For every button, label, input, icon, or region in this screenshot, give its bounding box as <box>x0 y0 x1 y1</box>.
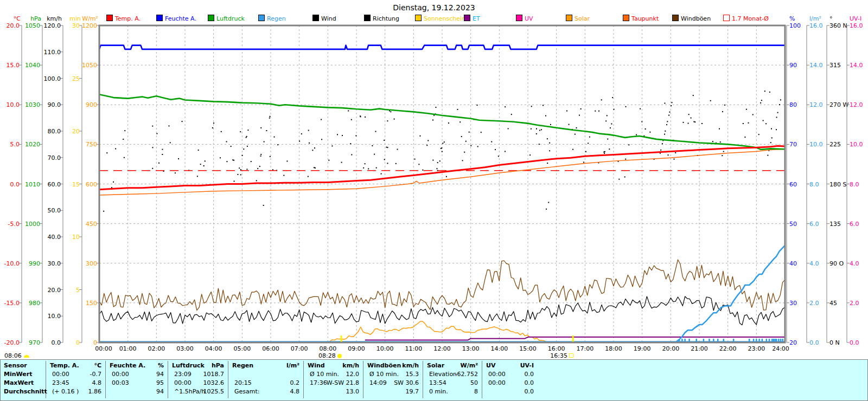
svg-text:70: 70 <box>789 141 797 148</box>
svg-text:-15.0: -15.0 <box>4 300 20 307</box>
svg-text:15: 15 <box>72 181 80 188</box>
weather-chart: 20.015.010.05.00.0-5.0-10.0-15.0-20.0°C1… <box>0 0 868 359</box>
x-axis-tick-label: 00:00 <box>93 345 114 352</box>
x-axis-tick-label: 15:00 <box>517 345 539 352</box>
svg-text:100: 100 <box>789 22 801 29</box>
svg-text:180 S: 180 S <box>829 181 846 188</box>
table-cell-value: 1.86 <box>36 388 101 396</box>
table-cell-value: W-SW 21.8 <box>294 379 359 387</box>
svg-text:40: 40 <box>789 260 797 267</box>
svg-text:50.0: 50.0 <box>48 207 61 214</box>
x-axis-tick-label: 19:00 <box>631 345 653 352</box>
table-group-unit: W/m² <box>413 362 478 370</box>
table-cell-value: -0.7 <box>36 371 101 378</box>
svg-text:20.0: 20.0 <box>48 287 61 294</box>
stats-table: SensorMinWertMaxWertDurchschnittTemp. A.… <box>0 359 868 401</box>
table-cell-value: 94 <box>99 388 164 396</box>
svg-text:l/m²: l/m² <box>809 15 821 22</box>
svg-text:10.0: 10.0 <box>48 313 61 320</box>
table-cell-value: 0.0 <box>469 379 534 387</box>
x-axis-tick-label: 18:00 <box>603 345 624 352</box>
table-cell-value: 1032.6 <box>159 379 224 387</box>
moonrise-time-label: 08:06 <box>4 352 29 359</box>
svg-text:1050: 1050 <box>25 22 40 29</box>
svg-text:0.0: 0.0 <box>10 181 20 188</box>
moon-icon <box>24 355 29 358</box>
table-group-unit: UV-I <box>469 362 534 370</box>
svg-text:0 N: 0 N <box>829 339 840 346</box>
svg-text:270 W: 270 W <box>829 101 848 108</box>
table-group-unit: km/h <box>294 362 359 370</box>
sunrise-time-label: 08:28 <box>318 352 342 359</box>
svg-text:45: 45 <box>829 300 837 307</box>
svg-text:4.0: 4.0 <box>850 260 859 267</box>
svg-text:10: 10 <box>72 234 80 241</box>
table-group-unit: hPa <box>159 362 224 370</box>
svg-text:225: 225 <box>829 141 841 148</box>
svg-text:1040: 1040 <box>25 62 40 69</box>
sunset-time-label: 16:35 <box>550 352 573 359</box>
svg-text:1000: 1000 <box>25 221 40 228</box>
svg-text:60.0: 60.0 <box>48 181 61 188</box>
x-axis-tick-label: 22:00 <box>717 345 739 352</box>
table-group-unit: l/m² <box>234 362 299 370</box>
table-column-separator <box>228 361 228 398</box>
x-axis-tick-label: 10:00 <box>374 345 396 352</box>
svg-text:360 N: 360 N <box>829 22 847 29</box>
x-axis-tick-label: 21:00 <box>688 345 710 352</box>
table-group-unit: % <box>99 362 164 370</box>
svg-text:5: 5 <box>76 287 80 294</box>
svg-text:30: 30 <box>72 22 80 29</box>
svg-text:980: 980 <box>29 300 40 307</box>
x-axis-tick-label: 24:00 <box>770 345 792 352</box>
svg-text:120.0: 120.0 <box>44 22 61 29</box>
x-axis-tick-label: 02:00 <box>145 345 167 352</box>
table-cell-value: 50 <box>413 379 478 387</box>
svg-text:110.0: 110.0 <box>44 49 61 56</box>
table-row-label: MaxWert <box>4 379 34 387</box>
svg-text:100.0: 100.0 <box>44 75 61 82</box>
svg-text:16.0: 16.0 <box>809 22 823 29</box>
x-axis-tick-label: 04:00 <box>203 345 225 352</box>
x-axis-tick-label: 08:00 <box>317 345 339 352</box>
svg-text:8.0: 8.0 <box>809 181 819 188</box>
svg-text:90: 90 <box>789 62 797 69</box>
svg-text:0.0: 0.0 <box>850 339 859 346</box>
svg-text:990: 990 <box>29 260 40 267</box>
svg-text:UV-I: UV-I <box>850 15 861 22</box>
svg-text:4.0: 4.0 <box>809 260 819 267</box>
svg-text:12.0: 12.0 <box>809 101 823 108</box>
svg-text:40.0: 40.0 <box>48 234 61 241</box>
svg-text:min: min <box>69 15 81 22</box>
svg-text:10.0: 10.0 <box>809 141 823 148</box>
svg-text:14.0: 14.0 <box>850 62 863 69</box>
svg-text:km/h: km/h <box>47 15 62 22</box>
svg-text:600: 600 <box>86 181 97 188</box>
svg-text:12.0: 12.0 <box>850 101 863 108</box>
table-cell-value: 12.0 <box>294 371 359 378</box>
svg-text:16.0: 16.0 <box>850 22 863 29</box>
table-cell-value: -62.752 <box>413 371 478 378</box>
svg-text:10.0: 10.0 <box>7 101 20 108</box>
svg-text:30.0: 30.0 <box>48 260 61 267</box>
x-axis-tick-label: 23:00 <box>745 345 767 352</box>
svg-text:20.0: 20.0 <box>7 22 20 29</box>
table-row-label: MinWert <box>4 371 32 378</box>
table-cell-value: 8 <box>413 388 478 396</box>
svg-text:1050: 1050 <box>82 62 97 69</box>
svg-text:1020: 1020 <box>25 141 40 148</box>
x-axis-tick-label: 07:00 <box>289 345 310 352</box>
x-axis-tick-label: 11:00 <box>403 345 424 352</box>
svg-text:6.0: 6.0 <box>809 221 819 228</box>
x-axis-tick-label: 13:00 <box>460 345 482 352</box>
table-cell-value: SW 30.6 <box>354 379 419 387</box>
table-cell-value: 0.2 <box>234 379 299 387</box>
svg-text:5.0: 5.0 <box>10 141 20 148</box>
table-group-unit: °C <box>36 362 101 370</box>
svg-text:1030: 1030 <box>25 101 40 108</box>
svg-text:90 O: 90 O <box>829 260 844 267</box>
svg-text:750: 750 <box>86 141 97 148</box>
svg-text:70.0: 70.0 <box>48 154 61 161</box>
x-axis-tick-label: 03:00 <box>174 345 196 352</box>
svg-text:-20.0: -20.0 <box>4 339 20 346</box>
